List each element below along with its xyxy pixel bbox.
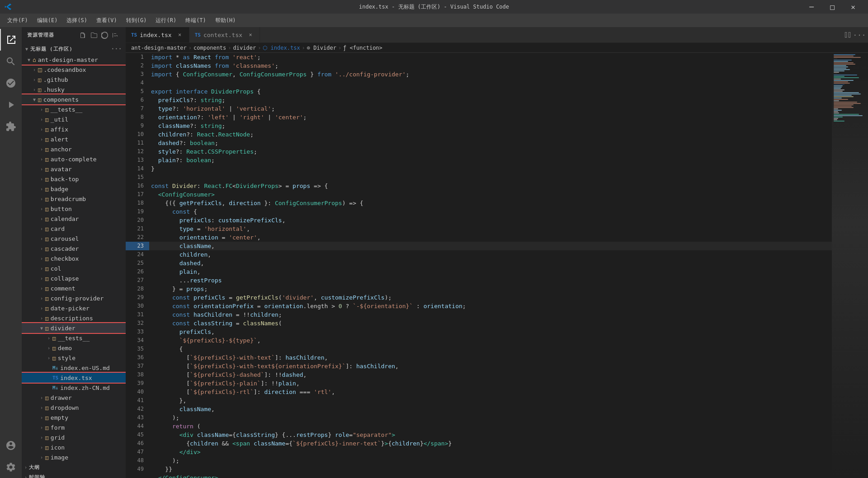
minimap[interactable] bbox=[832, 53, 868, 478]
line-num-49: 49 bbox=[126, 465, 149, 473]
folder-icon: ◫ bbox=[45, 255, 49, 262]
activity-explorer[interactable] bbox=[0, 29, 22, 51]
tree-item-style[interactable]: › ◫ style bbox=[22, 353, 126, 363]
tree-item-empty[interactable]: › ◫ empty bbox=[22, 412, 126, 422]
chevron-right-icon: › bbox=[38, 455, 45, 460]
chevron-right-icon: › bbox=[38, 395, 45, 400]
menu-run[interactable]: 运行(R) bbox=[152, 15, 180, 26]
item-label: button bbox=[51, 206, 72, 212]
menu-view[interactable]: 查看(V) bbox=[93, 15, 121, 26]
menu-goto[interactable]: 转到(G) bbox=[123, 15, 151, 26]
restore-button[interactable]: □ bbox=[822, 0, 843, 14]
code-line-50: </ConfigConsumer> bbox=[149, 473, 832, 478]
tree-item-index-tsx[interactable]: › TS index.tsx bbox=[22, 373, 126, 383]
tree-item-button[interactable]: › ◫ button bbox=[22, 204, 126, 214]
tree-item-cascader[interactable]: › ◫ cascader bbox=[22, 244, 126, 253]
folder-icon: ◫ bbox=[45, 265, 49, 272]
item-label: back-top bbox=[51, 176, 79, 183]
tree-item-auto-complete[interactable]: › ◫ auto-complete bbox=[22, 154, 126, 164]
tab-index-tsx[interactable]: TS index.tsx × bbox=[126, 27, 189, 42]
line-num-36: 36 bbox=[126, 353, 149, 362]
tree-item-grid[interactable]: › ◫ grid bbox=[22, 432, 126, 442]
code-line-46: {children && <span className={`${prefixC… bbox=[149, 439, 832, 448]
activity-account[interactable] bbox=[0, 435, 22, 456]
file-tree: ▼ ⌂ ant-design-master › ◫ .codesandbox ›… bbox=[22, 55, 126, 478]
tree-item-badge[interactable]: › ◫ badge bbox=[22, 184, 126, 194]
outline-section-header[interactable]: › 大纲 bbox=[22, 462, 126, 472]
tree-item-root[interactable]: ▼ ⌂ ant-design-master bbox=[22, 55, 126, 65]
menu-terminal[interactable]: 终端(T) bbox=[182, 15, 210, 26]
close-button[interactable]: ✕ bbox=[843, 0, 863, 14]
activity-search[interactable] bbox=[0, 51, 22, 72]
code-line-22: orientation = 'center', bbox=[149, 233, 832, 242]
tree-item-util[interactable]: › ◫ _util bbox=[22, 114, 126, 124]
item-label: dropdown bbox=[51, 404, 79, 411]
breadcrumb-item[interactable]: ƒ <function> bbox=[343, 45, 382, 51]
tree-item-avatar[interactable]: › ◫ avatar bbox=[22, 164, 126, 174]
activity-git[interactable] bbox=[0, 72, 22, 94]
tree-item-drawer[interactable]: › ◫ drawer bbox=[22, 393, 126, 403]
tree-item-demo[interactable]: › ◫ demo bbox=[22, 343, 126, 353]
new-file-button[interactable] bbox=[79, 31, 88, 40]
tree-item-husky[interactable]: › ◫ .husky bbox=[22, 84, 126, 94]
breadcrumb-item[interactable]: ⊙ Divider bbox=[307, 45, 336, 51]
chevron-right-icon: › bbox=[38, 226, 45, 231]
menu-select[interactable]: 选择(S) bbox=[63, 15, 91, 26]
tree-item-alert[interactable]: › ◫ alert bbox=[22, 134, 126, 144]
close-tab-button[interactable]: × bbox=[176, 31, 184, 38]
tree-item-icon[interactable]: › ◫ icon bbox=[22, 442, 126, 452]
tree-item-date-picker[interactable]: › ◫ date-picker bbox=[22, 303, 126, 313]
tree-item-affix[interactable]: › ◫ affix bbox=[22, 124, 126, 134]
tab-context-tsx[interactable]: TS context.tsx × bbox=[189, 27, 260, 42]
menu-help[interactable]: 帮助(H) bbox=[212, 15, 240, 26]
breadcrumb-item[interactable]: components bbox=[193, 45, 226, 51]
tree-item-card[interactable]: › ◫ card bbox=[22, 224, 126, 234]
tree-item-divider[interactable]: ▼ ◫ divider bbox=[22, 323, 126, 333]
line-num-13: 13 bbox=[126, 156, 149, 164]
ts-file-icon: TS bbox=[195, 32, 201, 38]
workspace-header[interactable]: ▼ 无标题 (工作区) ··· bbox=[22, 43, 126, 55]
tree-item-tests-comp[interactable]: › ◫ __tests__ bbox=[22, 104, 126, 114]
close-tab-button[interactable]: × bbox=[247, 31, 254, 38]
tree-item-collapse[interactable]: › ◫ collapse bbox=[22, 273, 126, 283]
tree-item-descriptions[interactable]: › ◫ descriptions bbox=[22, 313, 126, 323]
menu-file[interactable]: 文件(F) bbox=[4, 15, 32, 26]
tree-item-form[interactable]: › ◫ form bbox=[22, 422, 126, 432]
new-folder-button[interactable] bbox=[90, 31, 99, 40]
breadcrumb-item[interactable]: ant-design-master bbox=[131, 45, 187, 51]
tree-item-tests-divider[interactable]: › ◫ __tests__ bbox=[22, 333, 126, 343]
tree-item-dropdown[interactable]: › ◫ dropdown bbox=[22, 403, 126, 412]
breadcrumb-item[interactable]: divider bbox=[233, 45, 256, 51]
tree-item-anchor[interactable]: › ◫ anchor bbox=[22, 144, 126, 154]
chevron-right-icon: › bbox=[38, 405, 45, 410]
tree-item-back-top[interactable]: › ◫ back-top bbox=[22, 174, 126, 184]
tree-item-checkbox[interactable]: › ◫ checkbox bbox=[22, 253, 126, 263]
tree-item-image[interactable]: › ◫ image bbox=[22, 452, 126, 462]
menu-edit[interactable]: 编辑(E) bbox=[33, 15, 61, 26]
tree-item-components[interactable]: ▼ ◫ components bbox=[22, 94, 126, 104]
code-editor[interactable]: import * as React from 'react'; import c… bbox=[149, 53, 832, 478]
tree-item-breadcrumb[interactable]: › ◫ breadcrumb bbox=[22, 194, 126, 204]
minimize-button[interactable]: ─ bbox=[801, 0, 822, 14]
collapse-button[interactable] bbox=[111, 31, 120, 40]
split-editor-button[interactable] bbox=[843, 30, 853, 40]
tree-item-github[interactable]: › ◫ .github bbox=[22, 75, 126, 84]
tree-item-calendar[interactable]: › ◫ calendar bbox=[22, 214, 126, 224]
activity-extensions[interactable] bbox=[0, 116, 22, 137]
tree-item-codesandbox[interactable]: › ◫ .codesandbox bbox=[22, 65, 126, 75]
tree-item-col[interactable]: › ◫ col bbox=[22, 263, 126, 273]
tree-item-config-provider[interactable]: › ◫ config-provider bbox=[22, 293, 126, 303]
refresh-button[interactable] bbox=[100, 31, 109, 40]
tree-item-comment[interactable]: › ◫ comment bbox=[22, 283, 126, 293]
activity-settings[interactable] bbox=[0, 456, 22, 478]
breadcrumb-item[interactable]: ⬡ index.tsx bbox=[263, 45, 300, 51]
tree-item-index-zh-cn[interactable]: › M↓ index.zh-CN.md bbox=[22, 383, 126, 393]
tab-bar: TS index.tsx × TS context.tsx × ··· bbox=[126, 27, 868, 43]
timeline-section-header[interactable]: › 时间轴 bbox=[22, 472, 126, 478]
more-actions-button[interactable]: ··· bbox=[854, 30, 864, 40]
code-line-37: [`${prefixCls}-with-text${orientationPre… bbox=[149, 362, 832, 370]
chevron-right-icon: › bbox=[31, 87, 38, 92]
activity-debug[interactable] bbox=[0, 94, 22, 116]
tree-item-index-en-us[interactable]: › M↓ index.en-US.md bbox=[22, 363, 126, 373]
tree-item-carousel[interactable]: › ◫ carousel bbox=[22, 234, 126, 244]
